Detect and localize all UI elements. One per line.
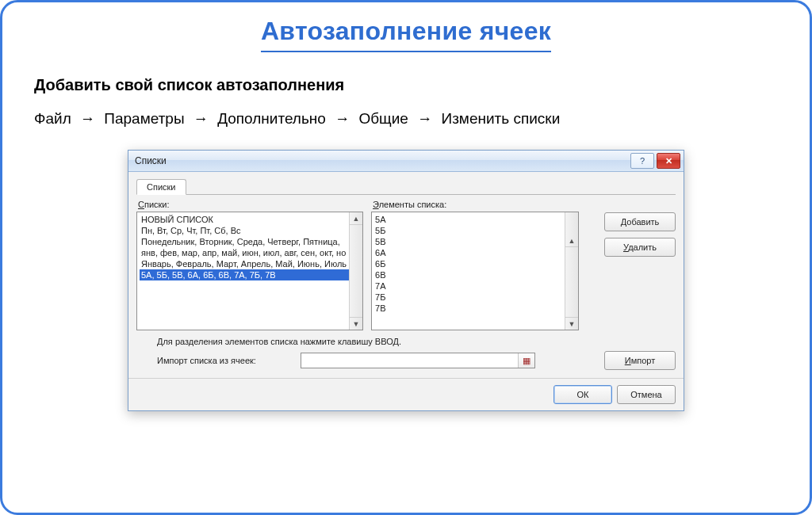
- arrow-icon: →: [330, 110, 354, 127]
- lists-label: Списки:: [138, 200, 363, 209]
- path-step: Изменить списки: [441, 110, 560, 127]
- list-item[interactable]: янв, фев, мар, апр, май, июн, июл, авг, …: [140, 247, 362, 258]
- scroll-down-icon[interactable]: ▼: [565, 317, 578, 330]
- dialog-footer: ОК Отмена: [128, 378, 684, 410]
- import-label: Импорт списка из ячеек:: [157, 356, 256, 365]
- scrollbar[interactable]: ▲ ▼: [349, 212, 362, 330]
- elements-label: Элементы списка:: [373, 200, 579, 209]
- scroll-down-icon[interactable]: ▼: [350, 317, 362, 330]
- elements-textarea[interactable]: 5А 5Б 5В 6А 6Б 6В 7А 7Б 7В ▲ ▼: [371, 212, 579, 330]
- scrollbar[interactable]: ▲ ▼: [565, 212, 578, 330]
- page-title: Автозаполнение ячеек: [261, 17, 551, 52]
- arrow-icon: →: [412, 110, 437, 127]
- hint-text: Для разделения элементов списка нажмите …: [157, 337, 676, 346]
- tabstrip: Списки: [136, 177, 676, 195]
- path-step: Файл: [34, 110, 71, 127]
- help-button[interactable]: ?: [630, 153, 654, 169]
- scroll-up-icon[interactable]: ▲: [350, 212, 362, 225]
- import-button[interactable]: Импорт: [604, 351, 676, 370]
- dialog-titlebar[interactable]: Списки ? ✕: [128, 151, 684, 172]
- tab-lists[interactable]: Списки: [136, 179, 186, 195]
- list-item[interactable]: Пн, Вт, Ср, Чт, Пт, Сб, Вс: [140, 225, 362, 236]
- close-button[interactable]: ✕: [657, 153, 680, 169]
- elements-content: 5А 5Б 5В 6А 6Б 6В 7А 7Б 7В: [375, 214, 562, 314]
- arrow-icon: →: [75, 110, 100, 127]
- list-item[interactable]: НОВЫЙ СПИСОК: [140, 214, 362, 225]
- add-button[interactable]: Добавить: [604, 212, 676, 231]
- delete-button[interactable]: Удалить: [604, 238, 676, 257]
- lists-dialog: Списки ? ✕ Списки Списки: НОВЫЙ СПИСОКПн…: [128, 150, 684, 411]
- range-picker-icon[interactable]: ▦: [518, 353, 534, 368]
- path-step: Общие: [358, 110, 408, 127]
- subtitle: Добавить свой список автозаполнения: [34, 76, 778, 94]
- lists-listbox[interactable]: НОВЫЙ СПИСОКПн, Вт, Ср, Чт, Пт, Сб, ВсПо…: [136, 212, 363, 330]
- list-item[interactable]: Январь, Февраль, Март, Апрель, Май, Июнь…: [140, 258, 362, 269]
- path-step: Дополнительно: [217, 110, 326, 127]
- path-step: Параметры: [104, 110, 184, 127]
- list-item[interactable]: 5А, 5Б, 5В, 6А, 6Б, 6В, 7А, 7Б, 7В: [140, 269, 362, 280]
- slide: Автозаполнение ячеек Добавить свой списо…: [0, 0, 812, 515]
- cancel-button[interactable]: Отмена: [617, 385, 676, 404]
- dialog-caption: Списки: [135, 155, 167, 166]
- list-item[interactable]: Понедельник, Вторник, Среда, Четверг, Пя…: [140, 236, 362, 247]
- ok-button[interactable]: ОК: [553, 385, 612, 404]
- menu-path: Файл → Параметры → Дополнительно → Общие…: [34, 110, 778, 128]
- arrow-icon: →: [189, 110, 213, 127]
- scroll-up-icon[interactable]: ▲: [565, 235, 578, 247]
- import-range-input[interactable]: ▦: [301, 353, 535, 368]
